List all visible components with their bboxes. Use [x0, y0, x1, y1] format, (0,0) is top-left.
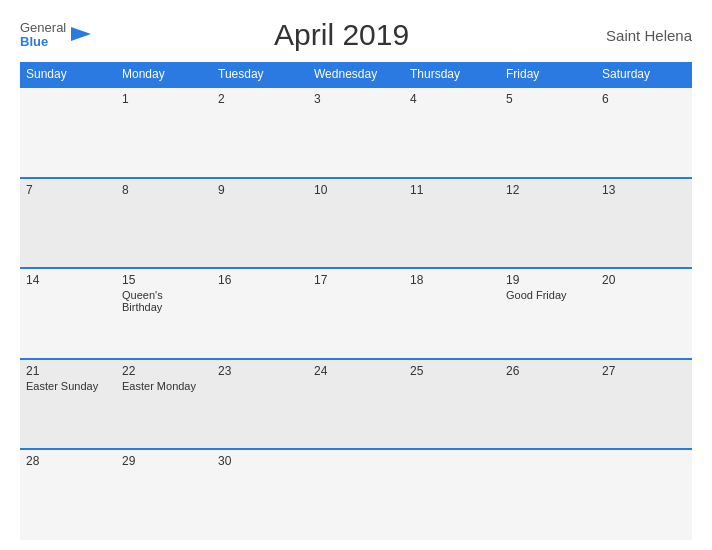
day-number: 18	[410, 273, 494, 287]
day-number: 9	[218, 183, 302, 197]
day-number: 25	[410, 364, 494, 378]
day-number: 12	[506, 183, 590, 197]
calendar-cell: 1	[116, 87, 212, 178]
calendar-cell: 11	[404, 178, 500, 269]
day-number: 13	[602, 183, 686, 197]
calendar-week-row: 1415Queen's Birthday16171819Good Friday2…	[20, 268, 692, 359]
calendar-cell: 9	[212, 178, 308, 269]
calendar-cell: 27	[596, 359, 692, 450]
calendar-page: General Blue April 2019 Saint Helena Sun…	[0, 0, 712, 550]
day-number: 14	[26, 273, 110, 287]
calendar-cell: 17	[308, 268, 404, 359]
holiday-label: Easter Sunday	[26, 380, 110, 392]
day-number: 28	[26, 454, 110, 468]
calendar-cell: 10	[308, 178, 404, 269]
calendar-cell: 15Queen's Birthday	[116, 268, 212, 359]
calendar-cell	[596, 449, 692, 540]
logo-blue-text: Blue	[20, 35, 66, 49]
day-number: 15	[122, 273, 206, 287]
calendar-week-row: 78910111213	[20, 178, 692, 269]
calendar-cell: 4	[404, 87, 500, 178]
day-number: 2	[218, 92, 302, 106]
calendar-table: Sunday Monday Tuesday Wednesday Thursday…	[20, 62, 692, 540]
calendar-cell: 23	[212, 359, 308, 450]
calendar-cell	[500, 449, 596, 540]
header-sunday: Sunday	[20, 62, 116, 87]
calendar-cell: 20	[596, 268, 692, 359]
day-number: 8	[122, 183, 206, 197]
holiday-label: Good Friday	[506, 289, 590, 301]
day-number: 1	[122, 92, 206, 106]
day-number: 29	[122, 454, 206, 468]
calendar-week-row: 282930	[20, 449, 692, 540]
calendar-cell: 18	[404, 268, 500, 359]
day-number: 22	[122, 364, 206, 378]
day-number: 23	[218, 364, 302, 378]
header-wednesday: Wednesday	[308, 62, 404, 87]
day-number: 16	[218, 273, 302, 287]
weekday-header-row: Sunday Monday Tuesday Wednesday Thursday…	[20, 62, 692, 87]
day-number: 17	[314, 273, 398, 287]
header-thursday: Thursday	[404, 62, 500, 87]
calendar-cell: 6	[596, 87, 692, 178]
day-number: 24	[314, 364, 398, 378]
logo-flag-icon	[69, 23, 91, 45]
header-friday: Friday	[500, 62, 596, 87]
calendar-week-row: 123456	[20, 87, 692, 178]
calendar-cell: 25	[404, 359, 500, 450]
calendar-cell: 26	[500, 359, 596, 450]
svg-marker-0	[71, 27, 91, 41]
calendar-cell	[404, 449, 500, 540]
calendar-cell: 29	[116, 449, 212, 540]
logo: General Blue	[20, 21, 91, 50]
calendar-cell: 30	[212, 449, 308, 540]
day-number: 5	[506, 92, 590, 106]
day-number: 20	[602, 273, 686, 287]
day-number: 10	[314, 183, 398, 197]
calendar-cell: 21Easter Sunday	[20, 359, 116, 450]
day-number: 19	[506, 273, 590, 287]
calendar-cell: 7	[20, 178, 116, 269]
calendar-cell: 13	[596, 178, 692, 269]
calendar-week-row: 21Easter Sunday22Easter Monday2324252627	[20, 359, 692, 450]
day-number: 26	[506, 364, 590, 378]
calendar-cell: 2	[212, 87, 308, 178]
calendar-cell	[20, 87, 116, 178]
calendar-cell: 24	[308, 359, 404, 450]
calendar-cell: 28	[20, 449, 116, 540]
calendar-cell: 19Good Friday	[500, 268, 596, 359]
calendar-cell: 3	[308, 87, 404, 178]
logo-general-text: General	[20, 21, 66, 35]
holiday-label: Queen's Birthday	[122, 289, 206, 313]
header: General Blue April 2019 Saint Helena	[20, 18, 692, 52]
day-number: 3	[314, 92, 398, 106]
header-tuesday: Tuesday	[212, 62, 308, 87]
page-title: April 2019	[91, 18, 592, 52]
calendar-cell: 16	[212, 268, 308, 359]
day-number: 30	[218, 454, 302, 468]
header-monday: Monday	[116, 62, 212, 87]
day-number: 21	[26, 364, 110, 378]
day-number: 4	[410, 92, 494, 106]
holiday-label: Easter Monday	[122, 380, 206, 392]
day-number: 11	[410, 183, 494, 197]
day-number: 27	[602, 364, 686, 378]
day-number: 7	[26, 183, 110, 197]
calendar-cell: 5	[500, 87, 596, 178]
calendar-cell: 8	[116, 178, 212, 269]
day-number: 6	[602, 92, 686, 106]
calendar-cell: 22Easter Monday	[116, 359, 212, 450]
calendar-cell	[308, 449, 404, 540]
calendar-cell: 12	[500, 178, 596, 269]
region-label: Saint Helena	[592, 27, 692, 44]
header-saturday: Saturday	[596, 62, 692, 87]
calendar-cell: 14	[20, 268, 116, 359]
